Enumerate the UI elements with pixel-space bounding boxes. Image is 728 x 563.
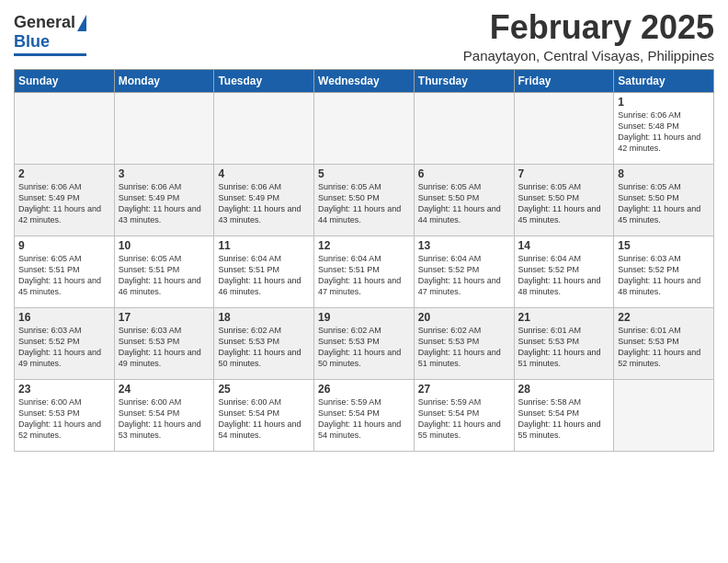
header: General Blue February 2025 Panaytayon, C… <box>14 9 714 63</box>
day-info: Sunrise: 6:05 AM Sunset: 5:51 PM Dayligh… <box>18 253 110 298</box>
calendar-week-row: 2Sunrise: 6:06 AM Sunset: 5:49 PM Daylig… <box>15 164 714 236</box>
calendar-header-row: SundayMondayTuesdayWednesdayThursdayFrid… <box>15 69 714 92</box>
weekday-header-wednesday: Wednesday <box>314 69 415 92</box>
day-number: 19 <box>318 311 410 324</box>
weekday-header-thursday: Thursday <box>414 69 514 92</box>
day-info: Sunrise: 6:01 AM Sunset: 5:53 PM Dayligh… <box>618 325 710 370</box>
day-number: 15 <box>618 239 710 252</box>
day-info: Sunrise: 5:59 AM Sunset: 5:54 PM Dayligh… <box>418 396 510 442</box>
day-number: 6 <box>418 167 510 180</box>
calendar-week-row: 1Sunrise: 6:06 AM Sunset: 5:48 PM Daylig… <box>15 92 714 164</box>
day-number: 2 <box>18 167 110 180</box>
day-info: Sunrise: 6:02 AM Sunset: 5:53 PM Dayligh… <box>218 325 310 370</box>
day-number: 20 <box>418 311 510 324</box>
calendar-cell: 1Sunrise: 6:06 AM Sunset: 5:48 PM Daylig… <box>614 92 714 164</box>
calendar-cell <box>314 92 415 164</box>
calendar-cell: 8Sunrise: 6:05 AM Sunset: 5:50 PM Daylig… <box>614 164 714 236</box>
calendar-cell: 9Sunrise: 6:05 AM Sunset: 5:51 PM Daylig… <box>15 236 115 307</box>
day-info: Sunrise: 6:05 AM Sunset: 5:50 PM Dayligh… <box>318 181 410 226</box>
logo-underline <box>14 53 86 56</box>
month-title: February 2025 <box>463 9 714 46</box>
day-info: Sunrise: 6:00 AM Sunset: 5:54 PM Dayligh… <box>218 396 310 442</box>
calendar-cell: 6Sunrise: 6:05 AM Sunset: 5:50 PM Daylig… <box>414 164 514 236</box>
calendar-cell: 13Sunrise: 6:04 AM Sunset: 5:52 PM Dayli… <box>414 236 514 307</box>
calendar-cell: 19Sunrise: 6:02 AM Sunset: 5:53 PM Dayli… <box>314 307 415 379</box>
calendar-week-row: 16Sunrise: 6:03 AM Sunset: 5:52 PM Dayli… <box>15 307 714 379</box>
day-number: 13 <box>418 239 510 252</box>
day-info: Sunrise: 6:04 AM Sunset: 5:51 PM Dayligh… <box>318 253 410 298</box>
calendar-cell: 26Sunrise: 5:59 AM Sunset: 5:54 PM Dayli… <box>314 379 415 451</box>
location-title: Panaytayon, Central Visayas, Philippines <box>463 48 714 63</box>
day-info: Sunrise: 6:03 AM Sunset: 5:52 PM Dayligh… <box>18 325 110 370</box>
day-number: 24 <box>119 383 210 396</box>
weekday-header-tuesday: Tuesday <box>214 69 314 92</box>
calendar-cell: 22Sunrise: 6:01 AM Sunset: 5:53 PM Dayli… <box>614 307 714 379</box>
day-info: Sunrise: 6:00 AM Sunset: 5:53 PM Dayligh… <box>18 396 110 442</box>
day-number: 3 <box>119 167 210 180</box>
day-number: 5 <box>318 167 410 180</box>
page: General Blue February 2025 Panaytayon, C… <box>0 0 728 461</box>
calendar-cell: 10Sunrise: 6:05 AM Sunset: 5:51 PM Dayli… <box>114 236 214 307</box>
day-info: Sunrise: 6:04 AM Sunset: 5:52 PM Dayligh… <box>418 253 510 298</box>
day-info: Sunrise: 6:02 AM Sunset: 5:53 PM Dayligh… <box>418 325 510 370</box>
day-number: 9 <box>18 239 110 252</box>
day-info: Sunrise: 6:05 AM Sunset: 5:50 PM Dayligh… <box>618 181 710 226</box>
day-number: 21 <box>518 311 610 324</box>
day-info: Sunrise: 6:06 AM Sunset: 5:49 PM Dayligh… <box>18 181 110 226</box>
day-info: Sunrise: 6:04 AM Sunset: 5:51 PM Dayligh… <box>218 253 310 298</box>
logo-triangle-icon <box>77 15 86 31</box>
calendar-cell: 5Sunrise: 6:05 AM Sunset: 5:50 PM Daylig… <box>314 164 415 236</box>
day-info: Sunrise: 6:04 AM Sunset: 5:52 PM Dayligh… <box>518 253 610 298</box>
day-info: Sunrise: 6:05 AM Sunset: 5:50 PM Dayligh… <box>418 181 510 226</box>
calendar-week-row: 23Sunrise: 6:00 AM Sunset: 5:53 PM Dayli… <box>15 379 714 451</box>
day-number: 4 <box>218 167 310 180</box>
calendar-cell: 7Sunrise: 6:05 AM Sunset: 5:50 PM Daylig… <box>514 164 614 236</box>
day-info: Sunrise: 6:06 AM Sunset: 5:49 PM Dayligh… <box>119 181 210 226</box>
day-info: Sunrise: 6:00 AM Sunset: 5:54 PM Dayligh… <box>119 396 210 442</box>
calendar-cell <box>114 92 214 164</box>
day-number: 11 <box>218 239 310 252</box>
day-number: 23 <box>18 383 110 396</box>
calendar-cell <box>614 379 714 451</box>
day-number: 27 <box>418 383 510 396</box>
day-number: 22 <box>618 311 710 324</box>
calendar-cell: 14Sunrise: 6:04 AM Sunset: 5:52 PM Dayli… <box>514 236 614 307</box>
day-number: 8 <box>618 167 710 180</box>
calendar-cell: 15Sunrise: 6:03 AM Sunset: 5:52 PM Dayli… <box>614 236 714 307</box>
day-number: 14 <box>518 239 610 252</box>
day-number: 25 <box>218 383 310 396</box>
day-number: 1 <box>618 96 710 109</box>
day-number: 10 <box>119 239 210 252</box>
calendar-cell: 17Sunrise: 6:03 AM Sunset: 5:53 PM Dayli… <box>114 307 214 379</box>
calendar-cell: 16Sunrise: 6:03 AM Sunset: 5:52 PM Dayli… <box>15 307 115 379</box>
calendar-cell: 24Sunrise: 6:00 AM Sunset: 5:54 PM Dayli… <box>114 379 214 451</box>
day-info: Sunrise: 6:02 AM Sunset: 5:53 PM Dayligh… <box>318 325 410 370</box>
weekday-header-saturday: Saturday <box>614 69 714 92</box>
day-info: Sunrise: 6:06 AM Sunset: 5:49 PM Dayligh… <box>218 181 310 226</box>
calendar-cell: 12Sunrise: 6:04 AM Sunset: 5:51 PM Dayli… <box>314 236 415 307</box>
day-number: 28 <box>518 383 610 396</box>
day-info: Sunrise: 6:01 AM Sunset: 5:53 PM Dayligh… <box>518 325 610 370</box>
day-info: Sunrise: 6:06 AM Sunset: 5:48 PM Dayligh… <box>618 109 710 155</box>
day-number: 7 <box>518 167 610 180</box>
weekday-header-monday: Monday <box>114 69 214 92</box>
calendar-cell: 20Sunrise: 6:02 AM Sunset: 5:53 PM Dayli… <box>414 307 514 379</box>
day-info: Sunrise: 5:58 AM Sunset: 5:54 PM Dayligh… <box>518 396 610 442</box>
calendar-cell: 18Sunrise: 6:02 AM Sunset: 5:53 PM Dayli… <box>214 307 314 379</box>
title-block: February 2025 Panaytayon, Central Visaya… <box>463 9 714 63</box>
calendar-cell: 25Sunrise: 6:00 AM Sunset: 5:54 PM Dayli… <box>214 379 314 451</box>
calendar-cell <box>214 92 314 164</box>
day-info: Sunrise: 6:05 AM Sunset: 5:50 PM Dayligh… <box>518 181 610 226</box>
day-number: 16 <box>18 311 110 324</box>
calendar-cell <box>15 92 115 164</box>
calendar-week-row: 9Sunrise: 6:05 AM Sunset: 5:51 PM Daylig… <box>15 236 714 307</box>
day-number: 18 <box>218 311 310 324</box>
calendar-cell: 27Sunrise: 5:59 AM Sunset: 5:54 PM Dayli… <box>414 379 514 451</box>
day-info: Sunrise: 6:03 AM Sunset: 5:53 PM Dayligh… <box>119 325 210 370</box>
calendar-cell: 4Sunrise: 6:06 AM Sunset: 5:49 PM Daylig… <box>214 164 314 236</box>
calendar-table: SundayMondayTuesdayWednesdayThursdayFrid… <box>14 69 714 452</box>
day-info: Sunrise: 6:05 AM Sunset: 5:51 PM Dayligh… <box>119 253 210 298</box>
day-number: 26 <box>318 383 410 396</box>
calendar-cell: 2Sunrise: 6:06 AM Sunset: 5:49 PM Daylig… <box>15 164 115 236</box>
weekday-header-sunday: Sunday <box>15 69 115 92</box>
